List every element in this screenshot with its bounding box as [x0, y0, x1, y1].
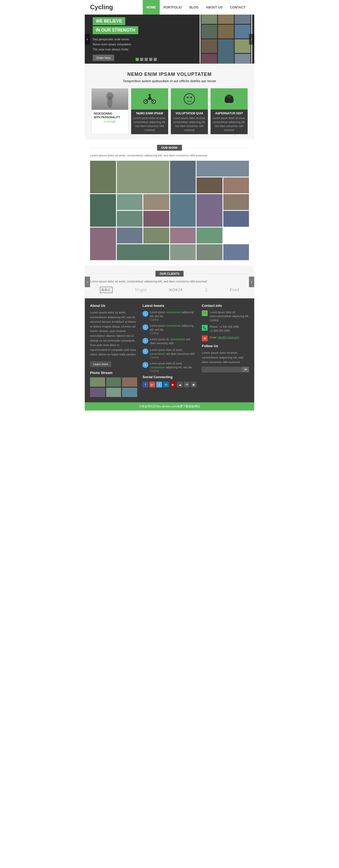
nav-item-home[interactable]: HOME	[143, 0, 160, 14]
work-cell-8[interactable]	[117, 194, 143, 210]
footer-photo-5	[106, 388, 121, 397]
tweet-link-1[interactable]: consectetuer	[166, 311, 181, 314]
work-cell-4[interactable]	[197, 161, 249, 177]
mosaic-cell-5	[218, 25, 234, 38]
work-cell-21[interactable]	[117, 244, 169, 260]
client-logo-ford: Ford	[230, 287, 239, 292]
work-cell-2[interactable]	[117, 161, 169, 193]
clients-prev-button[interactable]: ‹	[85, 277, 90, 287]
nav-link-home[interactable]: HOME	[143, 0, 160, 14]
mosaic-cell-11	[235, 54, 250, 64]
work-cell-6[interactable]	[223, 178, 249, 193]
social-icon-rss[interactable]: ◉	[191, 382, 197, 388]
redesign-title: REDESIGNINGWITH PERSONALITY	[94, 112, 126, 119]
svg-rect-13	[190, 97, 192, 98]
tweet-link-5[interactable]: consectetuer	[150, 366, 165, 369]
social-icon-googleplus[interactable]: g+	[149, 382, 155, 388]
work-cell-12[interactable]	[223, 194, 249, 210]
tweet-text-1: Lorem ipsum consectetuer adipiscing elit…	[150, 310, 197, 318]
mosaic-cell-6	[235, 25, 250, 38]
mosaic-cell-8	[218, 39, 234, 64]
work-cell-17[interactable]	[117, 227, 143, 244]
nav-item-contact[interactable]: CONTACT	[226, 0, 249, 14]
footer: About Us Lorem ipsum dolor sit amet, con…	[85, 298, 254, 402]
tweet-link-3[interactable]: consectetuer	[170, 338, 185, 341]
hero-line1: Sed perspiciatis unde omnis	[93, 37, 192, 42]
hero-prev-button[interactable]: ‹	[85, 34, 90, 44]
work-cell-24[interactable]	[223, 244, 249, 260]
footer-tweets-title: Latest tweets	[142, 304, 197, 308]
work-cell-23[interactable]	[197, 244, 223, 260]
work-cell-9[interactable]	[143, 194, 169, 210]
learn-more-button[interactable]: Learn more	[90, 361, 111, 367]
subscribe-input[interactable]	[202, 367, 242, 372]
work-cell-15[interactable]	[223, 211, 249, 227]
subscribe-button[interactable]: ✉	[242, 367, 249, 372]
nav-link-contact[interactable]: CONTACT	[226, 0, 249, 14]
work-cell-11[interactable]	[197, 194, 223, 227]
tweet-text-5: Lorem ipsum dolor sit amet, consectetuer…	[150, 362, 197, 369]
work-cell-16[interactable]	[90, 227, 116, 260]
nav-link-about[interactable]: ABOUT US	[202, 0, 227, 14]
email-link[interactable]: info@Cycling.com	[218, 336, 239, 339]
tweet-item-5: t Lorem ipsum dolor sit amet, consectetu…	[142, 362, 197, 372]
social-icon-twitter[interactable]: t	[156, 382, 162, 388]
hero-next-button[interactable]: ›	[249, 34, 254, 44]
feature-card-icon-4	[210, 88, 248, 110]
svg-rect-14	[226, 102, 233, 103]
contact-item-email: ✉ Email info@Cycling.com	[202, 336, 249, 341]
contact-text-email: Email info@Cycling.com	[210, 336, 239, 339]
social-icon-soundcloud[interactable]: ☁	[177, 382, 183, 388]
social-icon-email[interactable]: ✉	[184, 382, 190, 388]
feature-card-icon-2	[131, 88, 168, 110]
tweet-item-2: t Lorem ipsum consectetuer adipiscing el…	[142, 324, 197, 335]
work-cell-22[interactable]	[170, 244, 196, 260]
feature-card-text-2: Lorem ipsum dolor sit amet, consectetuer…	[133, 116, 166, 132]
order-now-button[interactable]: Order Now	[93, 55, 114, 61]
client-logo-apple: 	[205, 287, 207, 293]
footer-photo-6	[122, 388, 137, 397]
nav-item-blog[interactable]: BLOG	[185, 0, 202, 14]
our-work-title-label: OUR WORK	[157, 145, 182, 151]
work-cell-3[interactable]	[170, 161, 196, 193]
tweet-text-4: Lorem ipsum dolor sit amet, consectetuer…	[150, 348, 197, 356]
footer-photo-4	[90, 388, 105, 397]
clients-next-button[interactable]: ›	[249, 277, 254, 287]
tweet-icon-5: t	[142, 362, 148, 368]
footer-photo-2	[106, 377, 121, 387]
work-cell-10[interactable]	[170, 194, 196, 227]
work-cell-7[interactable]	[90, 194, 116, 227]
svg-point-15	[227, 94, 232, 98]
tweet-icon-4: t	[142, 348, 148, 354]
footer-photo-1	[90, 377, 105, 387]
feature-cards: REDESIGNINGWITH PERSONALITY in strength	[90, 88, 249, 134]
hero-line3: The wise man always holds	[93, 47, 192, 52]
mosaic-cell-1	[201, 14, 217, 24]
social-icon-youtube[interactable]: ▶	[170, 382, 176, 388]
our-work-title-bar: OUR WORK	[90, 145, 249, 151]
client-logo-bbc: BBC	[100, 287, 112, 293]
bike-icon	[143, 92, 156, 105]
tweet-link-4[interactable]: consectetuer	[150, 352, 165, 355]
work-cell-19[interactable]	[170, 227, 196, 244]
social-icon-facebook[interactable]: f	[142, 382, 148, 388]
tweet-link-2[interactable]: consectetuer	[166, 324, 181, 327]
footer-bottom: 力荐血驾社区bbs.denioo.com免费下载模板网站	[85, 402, 254, 410]
feature-card-body-3: VOLUPTATEM QUIA Lorem ipsum dolor sit am…	[171, 110, 208, 134]
work-cell-5[interactable]	[197, 178, 223, 193]
nav-item-portfolio[interactable]: PORTFOLIO	[160, 0, 185, 14]
work-cell-20[interactable]	[197, 227, 223, 244]
brand: Cycling	[90, 3, 143, 11]
nav-item-about[interactable]: ABOUT US	[202, 0, 227, 14]
tweet-item-1: t Lorem ipsum consectetuer adipiscing el…	[142, 310, 197, 321]
feature-card-4: ASPERNATUR ODIT Lorem ipsum dolor sit am…	[210, 88, 248, 134]
nav-link-blog[interactable]: BLOG	[185, 0, 202, 14]
work-cell-14[interactable]	[143, 211, 169, 227]
nav-link-portfolio[interactable]: PORTFOLIO	[160, 0, 185, 14]
nemo-section: NEMO ENIM IPSAM VOLUPTATEM Temporibus au…	[85, 64, 254, 140]
work-cell-18[interactable]	[143, 227, 169, 244]
svg-point-1	[106, 92, 114, 100]
work-cell-13[interactable]	[117, 211, 143, 227]
work-cell-1[interactable]	[90, 161, 116, 193]
social-icon-linkedin[interactable]: in	[163, 382, 169, 388]
